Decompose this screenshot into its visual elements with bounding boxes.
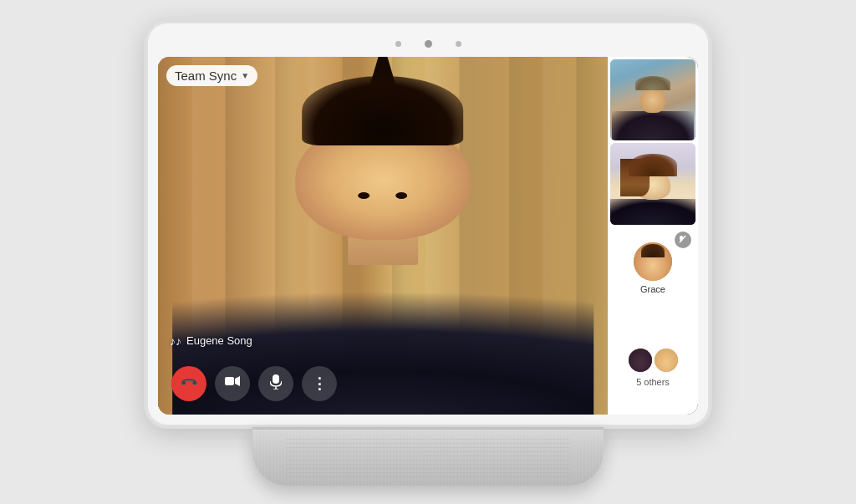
speaker-base (252, 427, 604, 486)
grace-avatar (634, 242, 672, 281)
others-count-label: 5 others (636, 377, 670, 387)
speaker-name: Eugene Song (186, 334, 252, 347)
main-video: Team Sync ▼ ♪♪ Eugene Song 📞 (158, 57, 608, 415)
more-options-icon: ⋮ (312, 376, 328, 391)
video-icon (225, 376, 240, 391)
others-avatar-2 (655, 349, 678, 372)
mute-icon (675, 232, 691, 248)
mic-toggle-button[interactable] (258, 366, 293, 401)
tablet: Team Sync ▼ ♪♪ Eugene Song 📞 (144, 19, 712, 429)
more-options-button[interactable]: ⋮ (302, 366, 337, 401)
video-toggle-button[interactable] (215, 366, 250, 401)
sidebar-panel: Grace 5 (608, 57, 698, 415)
end-call-button[interactable]: 📞 (171, 366, 206, 401)
grace-name: Grace (640, 284, 665, 294)
camera-dot-left (395, 41, 401, 47)
others-avatar-1 (629, 349, 652, 372)
speaker-grille (286, 439, 570, 477)
svg-marker-1 (235, 376, 240, 386)
others-avatars (629, 349, 678, 372)
participant-tile-2[interactable] (610, 143, 696, 225)
end-call-icon: 📞 (179, 374, 198, 393)
call-title[interactable]: Team Sync ▼ (166, 65, 257, 86)
participant-1-video (610, 59, 696, 141)
dropdown-arrow-icon[interactable]: ▼ (241, 71, 249, 80)
participant-tile-grace[interactable]: Grace (610, 227, 696, 321)
speaker-wave-icon: ♪♪ (170, 334, 181, 348)
participant-2-video (610, 143, 696, 225)
call-header: Team Sync ▼ (166, 65, 257, 86)
others-tile[interactable]: 5 others (610, 323, 696, 412)
main-video-person (158, 57, 608, 415)
call-title-text: Team Sync (175, 69, 237, 83)
speaker-label: ♪♪ Eugene Song (170, 334, 252, 348)
call-controls: 📞 (171, 366, 337, 401)
svg-rect-0 (225, 377, 234, 385)
device-wrapper: Team Sync ▼ ♪♪ Eugene Song 📞 (144, 19, 712, 486)
mic-icon (270, 374, 282, 393)
screen-area: Team Sync ▼ ♪♪ Eugene Song 📞 (158, 57, 698, 415)
camera-dot-center (425, 40, 432, 48)
svg-rect-2 (273, 374, 279, 384)
camera-dot-right (456, 41, 461, 47)
tablet-top-bar (158, 37, 698, 52)
participant-tile-1[interactable] (610, 59, 696, 141)
